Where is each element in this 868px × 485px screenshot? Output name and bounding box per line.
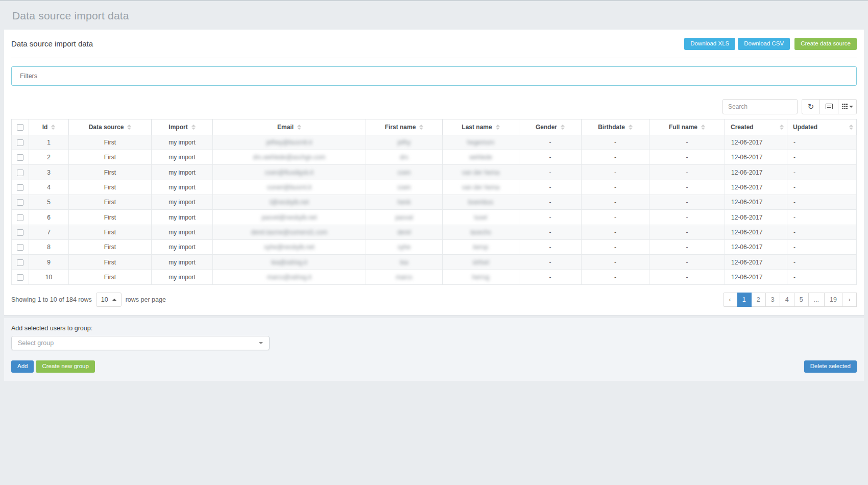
download-csv-button[interactable]: Download CSV [738, 38, 790, 50]
import-cell: my import [152, 135, 213, 150]
page-button[interactable]: 19 [825, 293, 842, 307]
import-cell: my import [152, 255, 213, 270]
column-label: Data source [89, 124, 124, 131]
page-button[interactable]: ... [809, 293, 825, 307]
email-cell: coen@fluxdigsb.it [213, 165, 366, 180]
data-source-cell: First [69, 195, 152, 210]
id-cell: 9 [29, 255, 69, 270]
page-button[interactable]: 4 [780, 293, 794, 307]
sort-icon[interactable] [127, 125, 131, 130]
gender-cell: - [519, 180, 582, 195]
columns-button[interactable] [838, 99, 857, 114]
table-row: 3 First my import coen@fluxdigsb.it coen… [12, 165, 857, 180]
page-size-dropdown[interactable]: 10 [96, 293, 122, 307]
sort-icon[interactable] [419, 125, 423, 130]
column-header-created[interactable]: Created [725, 119, 787, 135]
search-input[interactable] [722, 99, 798, 114]
column-header-updated[interactable]: Updated [787, 119, 857, 135]
select-all-checkbox[interactable] [17, 124, 23, 131]
sort-icon[interactable] [561, 125, 565, 130]
add-button[interactable]: Add [11, 360, 34, 373]
page-button[interactable]: ‹ [723, 293, 737, 307]
column-header-email[interactable]: Email [213, 119, 366, 135]
birthdate-cell: - [582, 165, 649, 180]
page-button[interactable]: 5 [794, 293, 809, 307]
row-checkbox[interactable] [17, 229, 23, 236]
create-new-group-button[interactable]: Create new group [36, 360, 94, 373]
sort-icon[interactable] [191, 125, 196, 130]
sort-icon[interactable] [496, 125, 500, 130]
full-name-cell: - [649, 270, 725, 284]
table-row: 1 First my import jefhey@busrnlt.it jefh… [12, 135, 857, 150]
panel-heading: Data source import data [11, 39, 93, 48]
data-source-cell: First [69, 180, 152, 195]
sort-icon[interactable] [780, 125, 784, 130]
page-size-value: 10 [101, 296, 108, 303]
created-cell: 12-06-2017 [725, 150, 787, 165]
column-header-data-source[interactable]: Data source [69, 119, 152, 135]
id-cell: 1 [29, 135, 69, 150]
row-select-cell [12, 225, 29, 239]
sort-icon[interactable] [51, 125, 55, 130]
gender-cell: - [519, 210, 582, 225]
import-cell: my import [152, 165, 213, 180]
delete-selected-button[interactable]: Delete selected [804, 360, 857, 373]
column-header-gender[interactable]: Gender [519, 119, 582, 135]
add-to-group-label: Add selected users to group: [11, 325, 857, 332]
sort-icon[interactable] [629, 125, 633, 130]
id-cell: 5 [29, 195, 69, 210]
row-select-cell [12, 165, 29, 180]
page-item: ... [809, 293, 825, 307]
created-cell: 12-06-2017 [725, 255, 787, 270]
column-header-birthdate[interactable]: Birthdate [582, 119, 649, 135]
full-name-cell: - [649, 195, 725, 210]
sort-icon[interactable] [849, 125, 853, 130]
updated-cell: - [787, 135, 857, 150]
download-xls-button[interactable]: Download XLS [684, 38, 735, 50]
page-button[interactable]: 1 [737, 293, 752, 307]
column-header-first-name[interactable]: First name [366, 119, 443, 135]
refresh-button[interactable]: ↻ [802, 99, 820, 114]
toggle-view-button[interactable] [820, 99, 838, 114]
page-item: › [842, 293, 857, 307]
table-row: 4 First my import coneri@busrnl.it coen … [12, 180, 857, 195]
column-label: Updated [793, 124, 817, 131]
email-cell: t@nesbylb.net [213, 195, 366, 210]
last-name-cell: kersp [443, 240, 519, 255]
row-checkbox[interactable] [17, 169, 23, 176]
row-checkbox[interactable] [17, 154, 23, 161]
create-data-source-button[interactable]: Create data source [794, 38, 857, 50]
add-to-group-section: Add selected users to group: Select grou… [4, 318, 864, 381]
created-cell: 12-06-2017 [725, 180, 787, 195]
page-button[interactable]: › [842, 293, 857, 307]
page-button[interactable]: 2 [752, 293, 766, 307]
row-checkbox[interactable] [17, 139, 23, 146]
row-checkbox[interactable] [17, 199, 23, 206]
row-checkbox[interactable] [17, 184, 23, 191]
column-header-id[interactable]: Id [29, 119, 69, 135]
created-cell: 12-06-2017 [725, 210, 787, 225]
filters-panel[interactable]: Filters [11, 66, 857, 86]
data-source-cell: First [69, 135, 152, 150]
data-source-panel: Data source import data Download XLS Dow… [4, 30, 864, 315]
column-header-full-name[interactable]: Full name [649, 119, 725, 135]
group-select[interactable]: Select group [11, 336, 270, 350]
last-name-cell: strfoel [443, 255, 519, 270]
page-button[interactable]: 3 [766, 293, 780, 307]
row-checkbox[interactable] [17, 214, 23, 221]
column-header-last-name[interactable]: Last name [443, 119, 519, 135]
row-checkbox[interactable] [17, 259, 23, 266]
last-name-cell: van der hema [443, 180, 519, 195]
refresh-icon: ↻ [808, 103, 814, 110]
row-select-cell [12, 255, 29, 270]
sort-icon[interactable] [297, 125, 301, 130]
row-checkbox[interactable] [17, 244, 23, 251]
last-name-cell: wehlede [443, 150, 519, 165]
row-checkbox[interactable] [17, 274, 23, 281]
row-select-cell [12, 180, 29, 195]
table-row: 9 First my import lea@odrixg.it lea strf… [12, 255, 857, 270]
sort-icon[interactable] [701, 125, 705, 130]
last-name-cell: hegemsrn [443, 135, 519, 150]
column-header-import[interactable]: Import [152, 119, 213, 135]
heading-divider [11, 58, 857, 58]
